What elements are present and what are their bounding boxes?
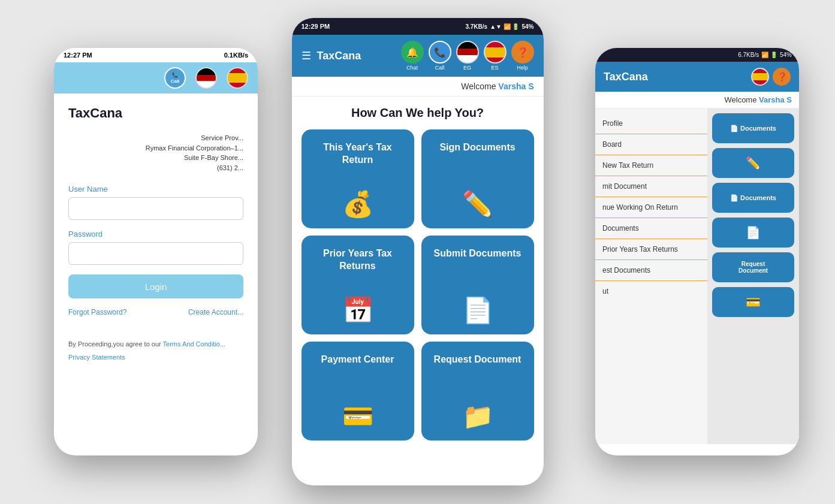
help-nav-item[interactable]: ❓ Help — [511, 41, 534, 71]
menu-card-payment-center[interactable]: Payment Center 💳 — [302, 342, 414, 440]
prior-years-tax-title: Prior Years Tax Returns — [309, 248, 407, 273]
prior-years-tax-icon: 📅 — [342, 295, 373, 325]
sidebar-menu: Profile Board New Tax Return mit Documen… — [595, 108, 707, 444]
address: Suite F-Bay Shore... — [68, 153, 243, 163]
right-brand: TaxCana — [604, 71, 648, 83]
privacy-link[interactable]: Privacy Statements — [68, 354, 125, 361]
sidebar-item-documents[interactable]: Documents — [595, 218, 707, 239]
sign-documents-icon: ✏️ — [462, 189, 493, 219]
login-button[interactable]: Login — [68, 274, 243, 298]
menu-card-sign-documents[interactable]: Sign Documents ✏️ — [421, 129, 534, 228]
welcome-bar: Welcome Varsha S — [292, 77, 544, 96]
password-label: Password — [68, 230, 243, 239]
help-title: How Can We help You? — [292, 96, 544, 125]
sidebar-item-logout[interactable]: ut — [595, 281, 707, 301]
payment-center-icon: 💳 — [342, 402, 373, 431]
call-icon: 📞 — [429, 41, 451, 64]
left-signal: 0.1KB/s — [224, 52, 248, 59]
call-nav-icon[interactable]: 📞 Call — [164, 67, 186, 89]
welcome-name: Varsha S — [498, 82, 533, 91]
center-time: 12:29 PM — [302, 23, 330, 30]
submit-documents-title: Submit Documents — [434, 248, 522, 260]
left-top-nav: 📞 Call — [54, 62, 258, 93]
right-es-flag[interactable] — [751, 68, 769, 86]
payment-center-title: Payment Center — [321, 354, 394, 366]
terms-link[interactable]: Terms And Conditio... — [163, 340, 226, 348]
sidebar-item-continue-return[interactable]: nue Working On Return — [595, 197, 707, 218]
header-brand: TaxCana — [317, 50, 401, 62]
right-welcome-name: Varsha S — [759, 95, 792, 104]
menu-grid: This Year's Tax Return 💰 Sign Documents … — [292, 125, 544, 452]
sign-documents-title: Sign Documents — [439, 141, 515, 154]
sidebar-item-request-docs[interactable]: est Documents — [595, 260, 707, 281]
call-label: Call — [435, 65, 445, 71]
right-help-icon[interactable]: ❓ — [773, 68, 791, 86]
username-label: User Name — [68, 185, 243, 194]
right-welcome: Welcome Varsha S — [595, 92, 799, 108]
sidebar-item-prior-years[interactable]: Prior Years Tax Returns — [595, 239, 707, 260]
chat-icon: 🔔 — [401, 41, 424, 64]
menu-card-this-years-tax[interactable]: This Year's Tax Return 💰 — [302, 129, 414, 228]
right-status-bar: 6.7KB/s 📶 🔋 54% — [595, 48, 799, 62]
help-label: Help — [517, 65, 528, 71]
left-phone: 12:27 PM 0.1KB/s 📞 Call TaxCana Service … — [54, 48, 258, 455]
es-flag-icon — [484, 41, 507, 64]
eg-label: EG — [463, 65, 471, 71]
right-card-request[interactable]: RequestDocument — [712, 252, 794, 282]
es-nav-item[interactable]: ES — [484, 41, 507, 71]
right-card-payment[interactable]: 💳 — [712, 287, 794, 317]
submit-documents-icon: 📄 — [462, 295, 493, 325]
help-icon: ❓ — [511, 41, 534, 64]
sidebar-item-submit-doc[interactable]: mit Document — [595, 176, 707, 197]
forgot-password-link[interactable]: Forgot Password? — [68, 308, 126, 316]
terms-text: By Proceeding,you agree to our Terms And… — [68, 340, 243, 348]
service-provider-label: Service Prov... — [68, 133, 243, 143]
request-document-title: Request Document — [434, 354, 522, 366]
status-right: 3.7KB/s ▲▼ 📶 🔋 54% — [465, 23, 533, 30]
left-status-bar: 12:27 PM 0.1KB/s — [54, 48, 258, 62]
this-years-tax-icon: 💰 — [342, 189, 373, 219]
request-document-icon: 📁 — [462, 402, 493, 431]
login-title: TaxCana — [68, 105, 243, 121]
menu-card-submit-documents[interactable]: Submit Documents 📄 — [421, 236, 534, 334]
password-input[interactable] — [68, 242, 243, 265]
right-header-icons: ❓ — [751, 68, 791, 86]
username-input[interactable] — [68, 197, 243, 220]
center-phone: 12:29 PM 3.7KB/s ▲▼ 📶 🔋 54% ☰ TaxCana 🔔 … — [292, 18, 544, 485]
es-label: ES — [491, 65, 498, 71]
menu-card-prior-years-tax[interactable]: Prior Years Tax Returns 📅 — [302, 236, 414, 334]
right-phone: 6.7KB/s 📶 🔋 54% TaxCana ❓ Welcome Varsha… — [595, 48, 799, 455]
right-cards-panel: 📄 Documents ✏️ 📄 Documents 📄 RequestDocu… — [707, 108, 799, 444]
eg-nav-icon[interactable] — [195, 67, 217, 89]
create-account-link[interactable]: Create Account... — [188, 308, 243, 316]
this-years-tax-title: This Year's Tax Return — [309, 141, 407, 167]
chat-nav-item[interactable]: 🔔 Chat — [401, 41, 424, 71]
eg-flag-icon — [456, 41, 479, 64]
forgot-links: Forgot Password? Create Account... — [68, 308, 243, 316]
right-card-sign[interactable]: ✏️ — [712, 148, 794, 178]
right-header: TaxCana ❓ — [595, 62, 799, 92]
phone: (631) 2... — [68, 163, 243, 173]
right-content: Profile Board New Tax Return mit Documen… — [595, 108, 799, 444]
center-status-bar: 12:29 PM 3.7KB/s ▲▼ 📶 🔋 54% — [292, 18, 544, 35]
sidebar-item-new-tax[interactable]: New Tax Return — [595, 155, 707, 176]
call-nav-item[interactable]: 📞 Call — [429, 41, 451, 71]
es-nav-icon[interactable] — [227, 67, 248, 89]
login-content: TaxCana Service Prov... Rymax Financial … — [54, 93, 258, 374]
right-card-submit[interactable]: 📄 Documents — [712, 183, 794, 213]
header-icons: 🔔 Chat 📞 Call EG ES ❓ Help — [401, 41, 534, 71]
right-card-doc2[interactable]: 📄 — [712, 218, 794, 248]
service-info: Service Prov... Rymax Financial Corporat… — [68, 133, 243, 173]
right-card-documents[interactable]: 📄 Documents — [712, 113, 794, 143]
menu-card-request-document[interactable]: Request Document 📁 — [421, 342, 534, 440]
company-name: Rymax Financial Corporation–1... — [68, 143, 243, 153]
sidebar-item-board[interactable]: Board — [595, 134, 707, 155]
eg-nav-item[interactable]: EG — [456, 41, 479, 71]
sidebar-item-profile[interactable]: Profile — [595, 113, 707, 134]
hamburger-icon[interactable]: ☰ — [302, 49, 311, 62]
left-time: 12:27 PM — [64, 52, 92, 59]
chat-label: Chat — [406, 65, 418, 71]
center-header: ☰ TaxCana 🔔 Chat 📞 Call EG ES ❓ Help — [292, 35, 544, 77]
